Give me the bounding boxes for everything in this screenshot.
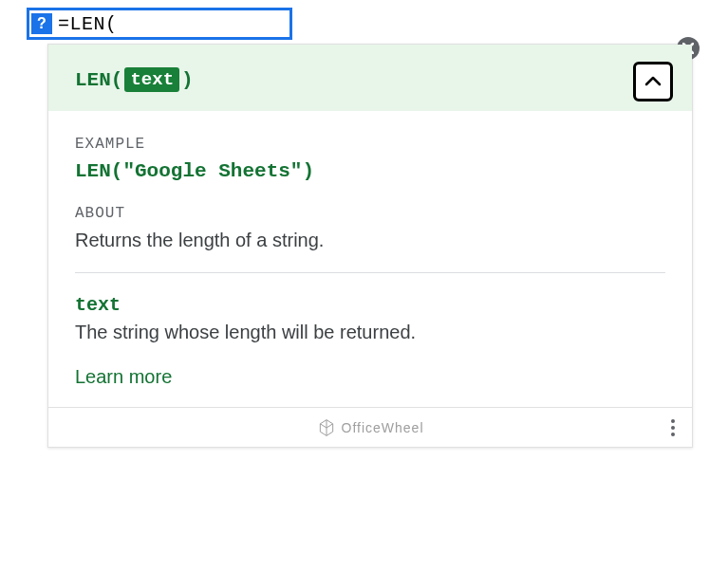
formula-bar[interactable]: ? =LEN( xyxy=(27,8,292,40)
about-text: Returns the length of a string. xyxy=(75,230,665,251)
learn-more-link[interactable]: Learn more xyxy=(75,366,665,388)
footer-bar: OfficeWheel xyxy=(48,407,692,447)
about-label: ABOUT xyxy=(75,205,665,222)
signature-section: LEN( text ) xyxy=(48,45,692,111)
dot-icon xyxy=(671,433,675,436)
param-highlight: text xyxy=(124,67,179,92)
function-close-paren: ) xyxy=(181,69,194,91)
brand-watermark: OfficeWheel xyxy=(317,418,424,437)
example-code: LEN("Google Sheets") xyxy=(75,160,665,182)
brand-logo-icon xyxy=(317,418,336,437)
more-options-button[interactable] xyxy=(665,414,681,442)
function-name-open: LEN( xyxy=(75,69,122,91)
chevron-up-icon xyxy=(644,76,662,87)
brand-text: OfficeWheel xyxy=(342,420,424,435)
dot-icon xyxy=(671,426,675,430)
param-name: text xyxy=(75,294,665,316)
function-tooltip: LEN( text ) EXAMPLE LEN("Google Sheets")… xyxy=(47,44,693,448)
param-description: The string whose length will be returned… xyxy=(75,322,665,343)
dot-icon xyxy=(671,419,675,423)
divider xyxy=(75,272,665,273)
formula-input-text[interactable]: =LEN( xyxy=(58,13,118,35)
help-icon[interactable]: ? xyxy=(31,13,52,34)
function-signature: LEN( text ) xyxy=(75,67,665,92)
collapse-button[interactable] xyxy=(633,62,673,101)
example-label: EXAMPLE xyxy=(75,136,665,153)
tooltip-content: EXAMPLE LEN("Google Sheets") ABOUT Retur… xyxy=(48,111,692,407)
